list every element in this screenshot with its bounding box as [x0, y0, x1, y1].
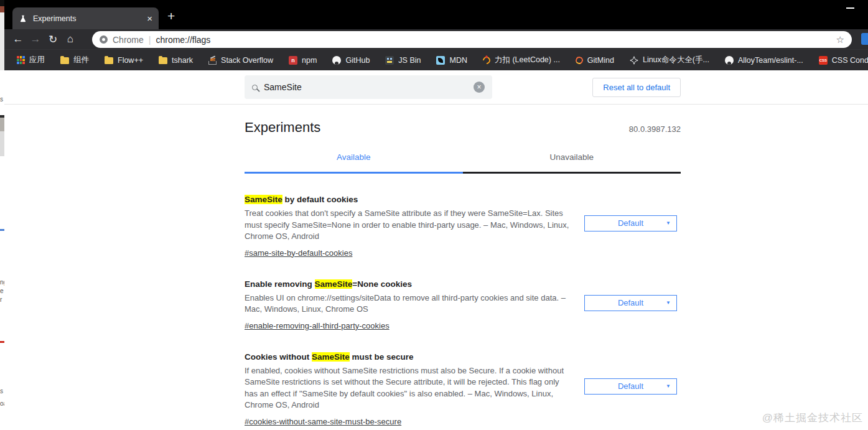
flag-title-text: by default cookies [282, 195, 358, 204]
bookmark-folder-flow[interactable]: Flow++ [105, 56, 143, 65]
flag-default-select[interactable]: Default ▼ [584, 378, 677, 395]
bookmark-stack-overflow[interactable]: Stack Overflow [208, 56, 273, 65]
chrome-version: 80.0.3987.132 [629, 124, 681, 136]
flag-permalink[interactable]: #same-site-by-default-cookies [245, 248, 352, 258]
address-separator: | [149, 35, 151, 45]
bookmark-label: MDN [449, 56, 467, 65]
address-site-label: Chrome [113, 35, 144, 45]
bookmark-label: Stack Overflow [221, 56, 273, 65]
sliver-text-fragment: s [0, 96, 3, 103]
flag-default-select[interactable]: Default ▼ [584, 295, 677, 311]
apps-grid-icon [17, 56, 25, 64]
flag-title-text: =None cookies [352, 279, 412, 289]
sliver-gray-segment [0, 118, 4, 131]
folder-icon [60, 57, 69, 64]
search-highlight: SameSite [245, 195, 282, 204]
sliver-gray-segment [0, 12, 4, 70]
bookmark-folder-tshark[interactable]: tshark [159, 56, 193, 65]
bookmark-label: Linux命令大全(手... [643, 55, 709, 65]
bookmark-label: CSS Conditional [832, 56, 868, 65]
chrome-site-icon [100, 35, 108, 44]
flag-permalink[interactable]: #enable-removing-all-third-party-cookies [245, 321, 390, 330]
github-icon [725, 56, 734, 65]
bookmark-npm[interactable]: n npm [289, 56, 317, 65]
flag-entry-cookies-must-be-secure: Cookies without SameSite must be secure … [245, 352, 681, 427]
extension-icon-partial[interactable] [861, 33, 868, 45]
leetcode-icon [481, 55, 492, 65]
bookmark-label: 组件 [73, 55, 89, 65]
bookmark-label: JS Bin [398, 56, 421, 65]
flag-permalink[interactable]: #cookies-without-same-site-must-be-secur… [245, 417, 401, 426]
bookmark-label: 力扣 (LeetCode) ... [495, 55, 560, 65]
flag-entry-samesite-by-default: SameSite by default cookies Treat cookie… [245, 195, 681, 258]
tab-close-icon[interactable]: × [147, 13, 152, 24]
bookmark-css-conditional[interactable]: CSS CSS Conditional [819, 56, 868, 65]
forward-button[interactable]: → [27, 33, 44, 45]
chevron-down-icon: ▼ [666, 379, 671, 394]
tab-experiments[interactable]: Experiments × [12, 7, 159, 29]
window-minimize-button[interactable] [846, 7, 854, 9]
bookmark-github[interactable]: GitHub [332, 56, 370, 65]
bookmarks-bar: 应用 组件 Flow++ tshark Stack Overflow n npm… [4, 49, 868, 70]
npm-icon: n [289, 56, 297, 65]
sliver-text-fragment: ng [0, 279, 4, 286]
tab-available[interactable]: Available [245, 152, 463, 174]
bookmark-star-icon[interactable]: ☆ [836, 34, 844, 45]
flag-description: Treat cookies that don't specify a SameS… [245, 208, 571, 243]
back-button[interactable]: ← [9, 33, 27, 45]
search-row: × Reset all to default [245, 70, 681, 105]
compass-icon [630, 56, 638, 65]
select-value: Default [618, 381, 643, 391]
bookmark-linux-commands[interactable]: Linux命令大全(手... [630, 55, 709, 65]
bookmark-label: GitMind [587, 56, 614, 65]
bookmark-folder-components[interactable]: 组件 [60, 55, 89, 65]
css-icon: CSS [819, 56, 828, 65]
flag-default-select[interactable]: Default ▼ [584, 215, 677, 231]
select-value: Default [618, 218, 643, 228]
sliver-gray-segment [0, 131, 4, 156]
bookmark-alloyteam-eslint[interactable]: AlloyTeam/eslint-... [725, 56, 803, 65]
sliver-brown-segment [0, 6, 4, 12]
flags-search-box[interactable]: × [245, 75, 492, 99]
sliver-text-fragment: oa [0, 401, 4, 407]
bookmark-label: tshark [172, 56, 193, 65]
sliver-red-line [0, 341, 4, 343]
new-tab-button[interactable]: + [167, 9, 175, 24]
title-row: Experiments 80.0.3987.132 [245, 119, 681, 136]
bookmark-apps[interactable]: 应用 [17, 55, 45, 65]
watermark: @稀土掘金技术社区 [762, 411, 863, 425]
folder-icon [105, 57, 113, 64]
bookmark-label: Flow++ [118, 56, 143, 65]
flask-icon [19, 14, 27, 23]
tab-title: Experiments [33, 14, 141, 23]
folder-icon [159, 57, 167, 64]
reload-button[interactable]: ↻ [44, 33, 62, 46]
reset-all-button[interactable]: Reset all to default [592, 78, 681, 97]
stackoverflow-icon [208, 56, 217, 65]
navigation-toolbar: ← → ↻ ⌂ Chrome | chrome://flags ☆ [4, 29, 868, 49]
search-input[interactable] [264, 82, 467, 92]
sliver-blue-line [0, 229, 4, 231]
header-divider [4, 104, 868, 105]
flag-title-text: must be secure [350, 352, 414, 362]
flag-title: SameSite by default cookies [245, 195, 681, 204]
search-highlight: SameSite [315, 279, 353, 289]
search-icon [252, 85, 258, 90]
clear-search-icon[interactable]: × [474, 82, 485, 93]
sliver-text-fragment: s [0, 388, 3, 395]
gitmind-icon [574, 55, 584, 65]
github-icon [332, 56, 341, 65]
bookmark-jsbin[interactable]: JS Bin [385, 56, 421, 65]
bookmark-leetcode[interactable]: 力扣 (LeetCode) ... [483, 55, 560, 65]
flag-title: Enable removing SameSite=None cookies [245, 279, 681, 289]
tab-unavailable[interactable]: Unavailable [463, 152, 681, 174]
bookmark-mdn[interactable]: MDN [436, 56, 467, 65]
flag-entry-remove-samesite-none: Enable removing SameSite=None cookies En… [245, 279, 681, 331]
bookmark-gitmind[interactable]: GitMind [576, 56, 614, 65]
bookmark-label: npm [302, 56, 317, 65]
flag-title-text: Enable removing [245, 279, 315, 289]
flags-list: SameSite by default cookies Treat cookie… [245, 195, 681, 427]
address-bar[interactable]: Chrome | chrome://flags ☆ [92, 31, 852, 48]
jsbin-icon [385, 56, 394, 65]
home-button[interactable]: ⌂ [62, 33, 79, 45]
